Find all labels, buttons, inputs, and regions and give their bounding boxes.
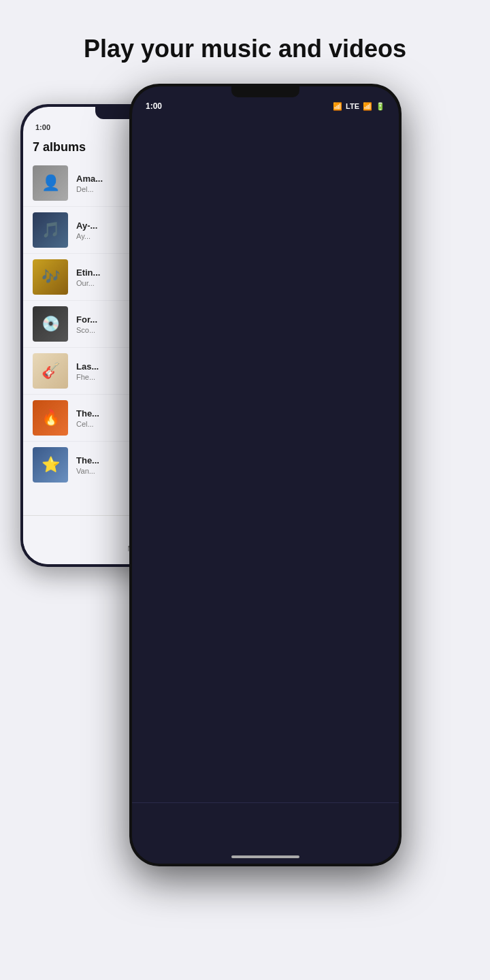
- album-thumb: 🔥: [33, 400, 68, 436]
- front-wifi-icon: 📶: [333, 102, 342, 111]
- album-thumb: 🎵: [33, 212, 68, 248]
- album-thumb: 🎶: [33, 259, 68, 295]
- back-time: 1:00: [35, 123, 50, 131]
- front-status-bar: 1:00 📶 LTE 📶 🔋: [132, 97, 399, 114]
- front-phone-screen: 1:00 📶 LTE 📶 🔋: [132, 86, 399, 864]
- home-indicator: [231, 855, 299, 858]
- album-thumb: ⭐: [33, 447, 68, 483]
- album-thumb: 🎸: [33, 353, 68, 389]
- front-battery-icon: 🔋: [376, 102, 385, 111]
- front-time: 1:00: [146, 101, 162, 111]
- phones-container: 1:00 📶 LTE 📶 🔋 7 albums ▼ ≡ ⊞ ⋮: [0, 84, 490, 900]
- front-status-icons: 📶 LTE 📶 🔋: [333, 102, 385, 111]
- page-title: Play your music and videos: [0, 0, 490, 84]
- front-signal-icon: 📶: [363, 102, 372, 111]
- album-thumb: 👤: [33, 165, 68, 201]
- bottom-nav: [132, 802, 399, 864]
- album-thumb: 💿: [33, 306, 68, 342]
- video-grid-content: [132, 114, 399, 809]
- front-lte-label: LTE: [346, 102, 359, 110]
- front-phone-notch: [231, 86, 299, 97]
- front-phone: 1:00 📶 LTE 📶 🔋: [129, 84, 402, 866]
